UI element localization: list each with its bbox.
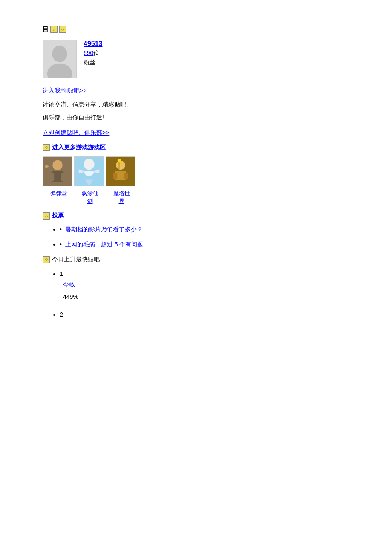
game1-svg [43, 156, 72, 186]
vote-link-1[interactable]: 暑期档的影片乃们看了多少？ [65, 226, 143, 233]
svg-rect-7 [61, 173, 66, 181]
game-label-3: 魔塔世 界 [106, 190, 137, 205]
profile-section: 49513 690位 粉丝 [43, 40, 349, 78]
svg-rect-16 [118, 161, 120, 169]
rising-list: 1 今敏 449% 2 [43, 269, 349, 320]
avatar [43, 40, 77, 78]
fans-count-link[interactable]: 690 [84, 49, 93, 56]
svg-point-1 [52, 46, 67, 62]
profile-info: 49513 690位 粉丝 [84, 40, 103, 66]
fans-label: 位 [93, 49, 99, 56]
game-labels: 弹弹堂 飘渺仙 剑 魔塔世 界 [43, 190, 349, 205]
game-label-2: 飘渺仙 剑 [74, 190, 106, 205]
header-icon-1: ◇ [50, 26, 58, 33]
fans-text: 粉丝 [84, 59, 103, 66]
profile-fans: 690位 [84, 49, 103, 57]
game2-name-link2[interactable]: 剑 [87, 197, 93, 205]
header-text: 目 [43, 26, 49, 33]
svg-point-10 [84, 159, 94, 170]
more-games-icon: ◇ [43, 144, 50, 151]
game2-name-link[interactable]: 飘渺仙 [82, 190, 98, 197]
svg-rect-15 [124, 173, 128, 179]
game3-svg [106, 156, 135, 186]
rising-percent-1: 449% [63, 292, 349, 302]
intro-line2: 俱乐部，由你自由打造! [43, 113, 349, 122]
game-images [43, 156, 349, 186]
game-image-3 [106, 156, 135, 186]
vote-icon: ◇ [43, 212, 50, 220]
create-tieba-link[interactable]: 立即创建贴吧、俱乐部>> [43, 129, 349, 137]
rising-header: ◇ 今日上升最快贴吧 [43, 256, 349, 263]
dot-bullet-2: • [60, 241, 62, 248]
game-image-1 [43, 156, 72, 186]
rising-rank-1: 1 [60, 270, 63, 277]
vote-item-1: • 暑期档的影片乃们看了多少？ [60, 225, 349, 234]
avatar-svg [43, 40, 76, 78]
game3-name-link[interactable]: 魔塔世 [113, 190, 130, 197]
dot-bullet-1: • [60, 226, 62, 233]
svg-rect-14 [113, 173, 118, 179]
rising-item-2: 2 [60, 309, 349, 320]
vote-title-link[interactable]: 投票 [52, 212, 64, 220]
game3-name-link2[interactable]: 界 [119, 197, 124, 205]
vote-header: ◇ 投票 [43, 212, 349, 220]
game-label-1: 弹弹堂 [43, 190, 74, 205]
rising-item-1-content: 今敏 449% [60, 279, 349, 302]
rising-item-1: 1 今敏 449% [60, 269, 349, 303]
rising-link-1[interactable]: 今敏 [63, 279, 349, 290]
more-games-header: ◇ 进入更多游戏游戏区 [43, 144, 349, 151]
svg-rect-6 [49, 173, 55, 181]
rising-icon: ◇ [43, 256, 50, 263]
header-icons: 目 ◇ ◇ [43, 26, 349, 33]
my-tieba-link[interactable]: 进入我的i贴吧>> [43, 87, 349, 95]
vote-list: • 暑期档的影片乃们看了多少？ • 上网的毛病，超过 5 个有问题 [43, 225, 349, 249]
game1-name-link[interactable]: 弹弹堂 [50, 190, 67, 197]
svg-point-17 [118, 159, 121, 162]
vote-item-2: • 上网的毛病，超过 5 个有问题 [60, 240, 349, 249]
vote-link-2[interactable]: 上网的毛病，超过 5 个有问题 [65, 241, 144, 248]
rising-title: 今日上升最快贴吧 [52, 256, 100, 263]
header-icon-2: ◇ [59, 26, 66, 33]
game-image-2 [74, 156, 104, 186]
games-section: 弹弹堂 飘渺仙 剑 魔塔世 界 [43, 156, 349, 205]
svg-point-4 [52, 160, 62, 170]
game2-svg [75, 156, 104, 186]
profile-number-link[interactable]: 49513 [84, 40, 103, 48]
intro-line1: 讨论交流、信息分享，精彩贴吧、 [43, 100, 349, 109]
svg-point-12 [116, 161, 125, 170]
rising-rank-2: 2 [60, 311, 63, 318]
more-games-link[interactable]: 进入更多游戏游戏区 [52, 144, 106, 151]
